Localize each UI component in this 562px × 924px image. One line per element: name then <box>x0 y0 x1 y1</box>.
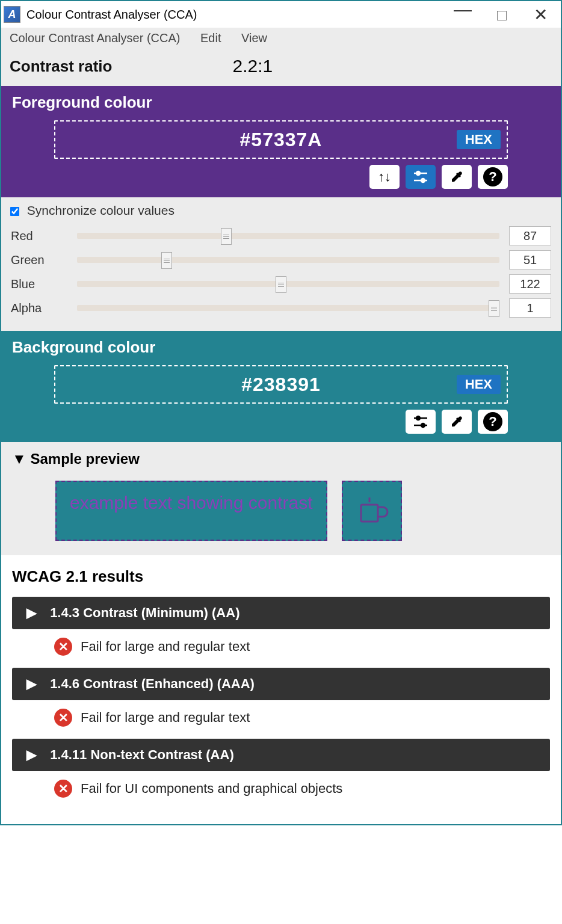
foreground-sliders-button[interactable] <box>406 165 436 189</box>
preview-section: ▼ Sample preview example text showing co… <box>1 442 561 555</box>
result-detail-1-4-3: ✕ Fail for large and regular text <box>12 629 550 664</box>
fail-icon: ✕ <box>54 709 72 727</box>
result-header-1-4-11[interactable]: ▶ 1.4.11 Non-text Contrast (AA) <box>12 739 550 771</box>
close-button[interactable]: ✕ <box>522 5 558 25</box>
foreground-hex-value: #57337A <box>240 129 323 151</box>
app-icon: A <box>4 6 20 23</box>
slider-label-red: Red <box>11 229 77 243</box>
sliders-panel: Synchronize colour values Red 87 Green 5… <box>1 197 561 331</box>
preview-text-sample: example text showing contrast <box>55 481 327 541</box>
expand-icon: ▶ <box>26 747 37 763</box>
result-title: 1.4.6 Contrast (Enhanced) (AAA) <box>50 676 255 691</box>
menu-app[interactable]: Colour Contrast Analyser (CCA) <box>10 31 180 45</box>
help-icon: ? <box>483 412 502 431</box>
slider-row-blue: Blue 122 <box>11 272 551 296</box>
foreground-heading: Foreground colour <box>12 93 550 112</box>
foreground-help-button[interactable]: ? <box>478 165 508 189</box>
preview-row: example text showing contrast <box>55 481 550 541</box>
expand-icon: ▶ <box>26 605 37 621</box>
svg-point-5 <box>416 416 420 420</box>
foreground-color-input[interactable]: #57337A HEX <box>54 120 508 159</box>
result-detail-text: Fail for large and regular text <box>81 710 250 725</box>
slider-label-blue: Blue <box>11 277 77 291</box>
minimize-button[interactable]: — <box>445 0 481 20</box>
slider-label-alpha: Alpha <box>11 301 77 315</box>
menubar: Colour Contrast Analyser (CCA) Edit View <box>1 28 561 49</box>
preview-icon-sample <box>342 481 402 541</box>
swap-button[interactable]: ↑↓ <box>369 165 400 189</box>
sync-row: Synchronize colour values <box>11 203 551 218</box>
slider-row-alpha: Alpha 1 <box>11 296 551 320</box>
menu-edit[interactable]: Edit <box>200 31 221 45</box>
foreground-panel: Foreground colour #57337A HEX ↑↓ ? <box>1 86 561 197</box>
foreground-eyedropper-button[interactable] <box>442 165 472 189</box>
eyedropper-icon <box>449 170 464 184</box>
background-heading: Background colour <box>12 338 550 357</box>
cup-icon <box>355 494 389 528</box>
background-hex-value: #238391 <box>241 374 321 396</box>
contrast-ratio-value: 2.2:1 <box>232 56 273 76</box>
sliders-icon <box>413 415 428 428</box>
slider-value-red[interactable]: 87 <box>509 226 551 245</box>
result-detail-text: Fail for UI components and graphical obj… <box>81 781 342 796</box>
contrast-ratio-bar: Contrast ratio 2.2:1 <box>1 49 561 86</box>
svg-point-3 <box>421 179 425 182</box>
foreground-buttons: ↑↓ ? <box>12 165 550 189</box>
swap-icon: ↑↓ <box>378 169 391 185</box>
slider-value-blue[interactable]: 122 <box>509 274 551 294</box>
slider-green[interactable] <box>77 257 499 263</box>
foreground-format-toggle[interactable]: HEX <box>457 130 501 149</box>
slider-row-green: Green 51 <box>11 248 551 272</box>
result-detail-text: Fail for large and regular text <box>81 639 250 654</box>
window-controls: — ✕ <box>445 4 558 25</box>
result-title: 1.4.3 Contrast (Minimum) (AA) <box>50 605 239 620</box>
titlebar: A Colour Contrast Analyser (CCA) — ✕ <box>1 1 561 28</box>
help-icon: ? <box>483 167 502 186</box>
svg-point-7 <box>421 424 425 427</box>
background-panel: Background colour #238391 HEX ? <box>1 331 561 442</box>
slider-row-red: Red 87 <box>11 224 551 248</box>
background-eyedropper-button[interactable] <box>442 410 472 434</box>
background-help-button[interactable]: ? <box>478 410 508 434</box>
slider-blue[interactable] <box>77 281 499 287</box>
preview-toggle-icon: ▼ <box>12 451 26 467</box>
sync-checkbox[interactable] <box>10 207 20 217</box>
background-color-input[interactable]: #238391 HEX <box>54 365 508 404</box>
preview-heading-text: Sample preview <box>30 451 139 467</box>
sync-label: Synchronize colour values <box>27 203 174 217</box>
background-sliders-button[interactable] <box>406 410 436 434</box>
window-title: Colour Contrast Analyser (CCA) <box>26 8 445 22</box>
result-detail-1-4-11: ✕ Fail for UI components and graphical o… <box>12 771 550 806</box>
svg-point-1 <box>416 171 420 175</box>
slider-label-green: Green <box>11 253 77 267</box>
svg-rect-8 <box>361 505 378 522</box>
background-format-toggle[interactable]: HEX <box>457 375 501 394</box>
background-buttons: ? <box>12 410 550 434</box>
fail-icon: ✕ <box>54 780 72 798</box>
result-title: 1.4.11 Non-text Contrast (AA) <box>50 747 234 762</box>
contrast-ratio-label: Contrast ratio <box>10 57 112 76</box>
expand-icon: ▶ <box>26 676 37 692</box>
slider-red[interactable] <box>77 233 499 239</box>
results-section: WCAG 2.1 results ▶ 1.4.3 Contrast (Minim… <box>1 555 561 824</box>
maximize-button[interactable] <box>484 10 520 23</box>
result-detail-1-4-6: ✕ Fail for large and regular text <box>12 700 550 735</box>
menu-view[interactable]: View <box>241 31 267 45</box>
result-header-1-4-3[interactable]: ▶ 1.4.3 Contrast (Minimum) (AA) <box>12 597 550 629</box>
slider-value-green[interactable]: 51 <box>509 250 551 270</box>
preview-heading[interactable]: ▼ Sample preview <box>12 451 550 467</box>
result-header-1-4-6[interactable]: ▶ 1.4.6 Contrast (Enhanced) (AAA) <box>12 668 550 700</box>
sliders-icon <box>413 170 428 183</box>
slider-alpha[interactable] <box>77 305 499 311</box>
eyedropper-icon <box>449 414 464 429</box>
results-heading: WCAG 2.1 results <box>12 567 550 586</box>
fail-icon: ✕ <box>54 638 72 656</box>
slider-value-alpha[interactable]: 1 <box>509 298 551 318</box>
